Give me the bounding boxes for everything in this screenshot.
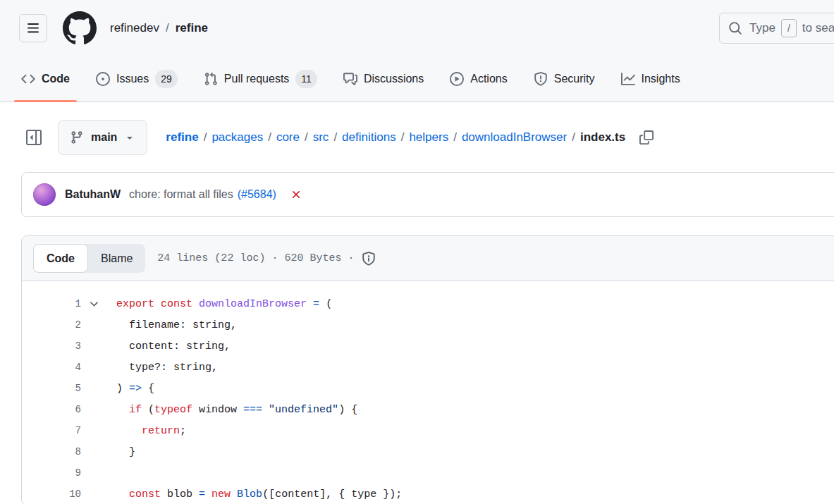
code-line: 1export const downloadInBrowser = ( — [22, 293, 834, 314]
branch-selector[interactable]: main — [58, 120, 147, 155]
breadcrumb-separator: / — [263, 130, 276, 145]
line-number[interactable]: 5 — [22, 383, 81, 394]
breadcrumb-segment[interactable]: refine — [166, 130, 198, 145]
code-text: content: string, — [106, 340, 231, 352]
meta-separator: · — [348, 252, 354, 264]
sidebar-expand-icon — [26, 130, 42, 145]
line-number[interactable]: 10 — [22, 488, 81, 500]
code-text: export const downloadInBrowser = ( — [106, 298, 332, 310]
search-icon — [728, 21, 742, 35]
breadcrumb-segment[interactable]: src — [313, 130, 329, 145]
code-line: 6 if (typeof window === "undefined") { — [22, 399, 834, 420]
code-text: } — [106, 446, 135, 458]
line-number[interactable]: 3 — [22, 340, 81, 352]
code-line: 10 const blob = new Blob([content], { ty… — [22, 484, 834, 504]
file-meta: 24 lines (22 loc) · 620 Bytes · — [157, 250, 377, 267]
tab-pull-requests[interactable]: Pull requests 11 — [197, 56, 324, 102]
commit-author-link[interactable]: BatuhanW — [65, 188, 121, 201]
code-line: 4 type?: string, — [22, 357, 834, 378]
hamburger-icon — [27, 22, 39, 35]
slash-keycap: / — [781, 19, 797, 37]
tab-security[interactable]: Security — [527, 56, 602, 102]
triangle-down-icon — [124, 132, 135, 143]
line-number[interactable]: 6 — [22, 404, 81, 415]
breadcrumb-separator: / — [166, 21, 169, 35]
line-number[interactable]: 7 — [22, 425, 81, 436]
breadcrumb-segment[interactable]: helpers — [409, 130, 448, 145]
code-line: 9 — [22, 462, 834, 484]
graph-icon — [621, 72, 635, 86]
file-content-box: Code Blame 24 lines (22 loc) · 620 Bytes… — [21, 235, 834, 504]
tab-insights-label: Insights — [642, 73, 680, 85]
chevron-down-icon[interactable] — [81, 298, 106, 310]
pull-requests-counter: 11 — [295, 70, 317, 88]
tab-issues-label: Issues — [116, 73, 149, 85]
x-icon — [290, 188, 302, 201]
tab-code-label: Code — [42, 73, 70, 85]
tab-security-label: Security — [554, 73, 595, 85]
search-placeholder: Type/to search — [749, 19, 834, 37]
file-size: 620 Bytes — [284, 252, 341, 264]
commit-message-link[interactable]: chore: format all files — [129, 188, 233, 201]
issues-counter: 29 — [155, 70, 178, 88]
github-logo[interactable] — [63, 11, 97, 45]
code-text: type?: string, — [106, 362, 218, 374]
breadcrumb-segment[interactable]: definitions — [342, 130, 396, 145]
code-text: ) => { — [106, 383, 154, 395]
code-lines: 1export const downloadInBrowser = (2 fil… — [22, 281, 834, 504]
repo-breadcrumb: refinedev / refine — [110, 21, 208, 35]
commit-pr-link[interactable]: (#5684) — [238, 188, 276, 201]
line-number[interactable]: 9 — [22, 467, 81, 479]
breadcrumb-current-file: index.ts — [580, 130, 625, 145]
global-header: refinedev / refine Type/to search — [0, 0, 834, 56]
file-lines-info: 24 lines (22 loc) — [157, 252, 265, 264]
comment-discussion-icon — [343, 72, 357, 86]
repo-owner-link[interactable]: refinedev — [110, 21, 159, 35]
line-number[interactable]: 2 — [22, 319, 81, 331]
blame-view-button[interactable]: Blame — [88, 244, 145, 273]
line-number[interactable]: 1 — [22, 298, 81, 309]
code-line: 8 } — [22, 441, 834, 462]
code-line: 3 content: string, — [22, 336, 834, 357]
line-number[interactable]: 4 — [22, 362, 81, 373]
breadcrumb-separator: / — [199, 130, 212, 145]
file-breadcrumb: refine/packages/core/src/definitions/hel… — [166, 130, 625, 145]
copy-path-button[interactable] — [637, 128, 656, 147]
tab-actions[interactable]: Actions — [443, 56, 514, 102]
code-blame-switcher: Code Blame — [33, 244, 145, 273]
file-nav-row: main refine/packages/core/src/definition… — [21, 120, 834, 155]
code-ownership-button[interactable] — [360, 250, 377, 267]
file-header: Code Blame 24 lines (22 loc) · 620 Bytes… — [22, 236, 834, 281]
breadcrumb-separator: / — [300, 130, 313, 145]
branch-name: main — [91, 131, 117, 144]
tab-code[interactable]: Code — [14, 56, 77, 102]
git-branch-icon — [70, 130, 84, 145]
breadcrumb-segment[interactable]: downloadInBrowser — [462, 130, 567, 145]
code-line: 5) => { — [22, 378, 834, 399]
author-avatar[interactable] — [33, 183, 56, 206]
global-search-input[interactable]: Type/to search — [719, 13, 834, 44]
checks-failed-button[interactable] — [290, 188, 302, 201]
breadcrumb-separator: / — [567, 130, 580, 145]
tab-actions-label: Actions — [470, 73, 507, 85]
line-number[interactable]: 8 — [22, 446, 81, 457]
meta-separator: · — [271, 252, 278, 264]
code-view-button[interactable]: Code — [33, 244, 88, 273]
shield-icon — [534, 72, 548, 86]
hamburger-menu-button[interactable] — [19, 14, 47, 42]
breadcrumb-segment[interactable]: packages — [211, 130, 263, 145]
repo-nav: Code Issues 29 Pull requests 11 Discussi… — [0, 56, 834, 102]
tab-discussions[interactable]: Discussions — [336, 56, 431, 102]
tab-insights[interactable]: Insights — [614, 56, 687, 102]
tab-issues[interactable]: Issues 29 — [89, 56, 185, 102]
latest-commit-box: BatuhanW chore: format all files (#5684) — [21, 172, 834, 217]
code-text: if (typeof window === "undefined") { — [106, 404, 357, 416]
code-text: return; — [106, 425, 186, 437]
repo-name-link[interactable]: refine — [176, 21, 208, 35]
breadcrumb-segment[interactable]: core — [276, 130, 300, 145]
issue-opened-icon — [96, 72, 110, 86]
code-text: filename: string, — [106, 319, 237, 331]
collapse-file-tree-button[interactable] — [21, 125, 47, 150]
code-line: 2 filename: string, — [22, 314, 834, 336]
code-line: 7 return; — [22, 420, 834, 441]
